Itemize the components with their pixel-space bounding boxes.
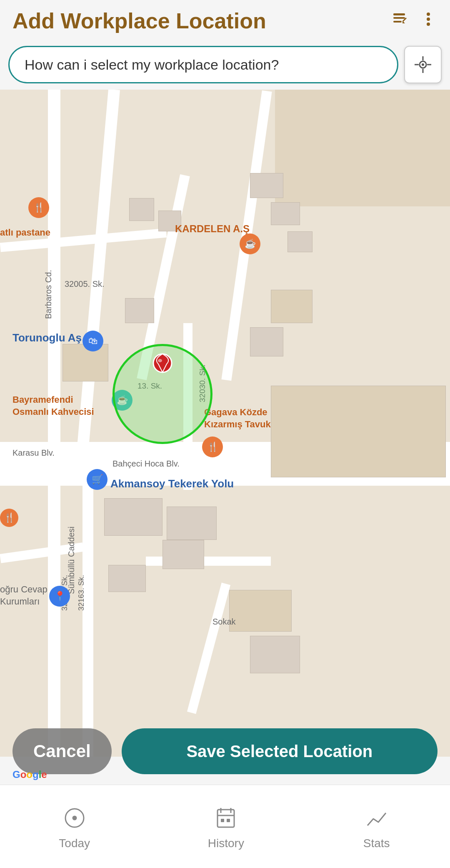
map-pin [150,351,175,386]
today-label: Today [59,837,90,850]
svg-rect-0 [393,13,405,15]
label-kardelen: KARDELEN A.Ş [175,223,250,235]
building-large-right [271,386,446,477]
label-32163: 32163. Sk. [77,540,86,611]
building-12 [162,540,204,569]
label-karasu: Karasu Blv. [12,448,55,458]
poi-restaurant-2: 🍴 [202,437,223,457]
road-sokak [187,583,230,714]
search-input[interactable] [8,46,398,83]
building-8 [62,344,108,381]
svg-rect-2 [393,21,402,23]
poi-cafe-1: ☕ [240,233,260,254]
label-dogru: oğru CevapKurumları [0,584,48,607]
building-7 [250,327,283,356]
building-9 [125,298,154,323]
nav-item-today[interactable]: Today [59,803,90,850]
map-background: KARDELEN A.Ş atlı pastane Barbaros Cd. 3… [0,90,450,757]
poi-location-1: 📍 [49,586,70,607]
page-title: Add Workplace Location [12,8,391,33]
svg-point-15 [158,359,162,362]
poi-restaurant-1: 🍴 [28,197,49,218]
nav-item-history[interactable]: History [208,803,244,850]
label-barbaros: Barbaros Cd. [44,236,53,319]
building-5 [288,231,312,252]
cancel-button[interactable]: Cancel [12,728,112,774]
label-akmansoy: Akmansoy Tekerek Yolu [110,477,234,490]
stats-label: Stats [363,837,390,850]
building-14 [229,590,292,632]
building-6 [271,290,312,323]
poi-restaurant-3: 🍴 [0,509,18,527]
history-label: History [208,837,244,850]
svg-rect-23 [221,819,224,822]
svg-point-3 [427,13,430,16]
edit-icon[interactable] [391,10,409,32]
building-11 [167,507,217,540]
bottom-nav: Today History Stats [0,785,450,868]
stats-icon [362,803,391,833]
label-pastane: atlı pastane [0,227,50,238]
label-sokak: Sokak [212,617,236,627]
label-gagava: Gagava KözdeKızarmış Tavuk [204,406,271,430]
building-13 [108,565,146,592]
building-4 [271,202,300,225]
svg-rect-1 [393,17,405,19]
google-logo: Google [12,769,47,780]
more-options-icon[interactable] [419,10,438,32]
building-15 [250,636,300,673]
locate-me-button[interactable] [404,46,442,83]
save-location-button[interactable]: Save Selected Location [122,728,438,774]
header-actions [391,10,438,32]
building-1 [129,198,154,221]
nav-item-stats[interactable]: Stats [362,803,391,850]
label-torunoglu: Torunoglu Aş [12,331,82,344]
road-sumbullu [82,473,93,757]
search-bar-container [8,46,442,83]
history-icon [211,803,240,833]
svg-point-18 [73,816,76,820]
svg-point-4 [427,18,430,21]
label-32005: 32005. Sk. [65,279,105,289]
today-icon [60,803,89,833]
label-bayramefendi: BayramefendiOsmanlı Kahvecisi [12,394,94,418]
building-10 [104,498,162,536]
building-block-tr [275,90,450,206]
road-barbaros [48,90,60,757]
svg-point-11 [422,63,424,66]
poi-shopping-1: 🛍 [82,331,103,351]
map-container[interactable]: KARDELEN A.Ş atlı pastane Barbaros Cd. 3… [0,90,450,757]
poi-shopping-2: 🛒 [87,469,108,490]
svg-rect-24 [227,819,230,822]
app-header: Add Workplace Location [0,0,450,42]
building-3 [250,173,283,198]
action-area: Cancel Save Selected Location [0,718,450,785]
svg-rect-19 [218,810,234,827]
label-bahceci: Bahçeci Hoca Blv. [112,459,180,469]
svg-point-5 [427,23,430,26]
